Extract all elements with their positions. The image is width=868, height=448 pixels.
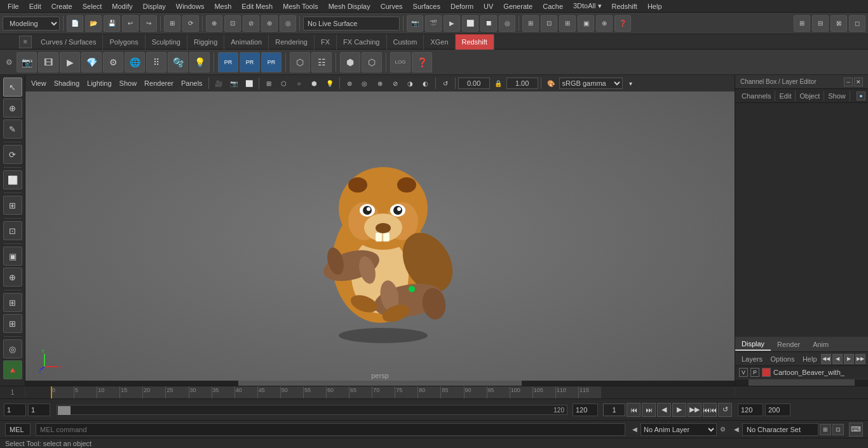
menu-uv[interactable]: UV	[479, 1, 498, 11]
shelf-settings-btn[interactable]: ⚙	[3, 56, 15, 69]
command-line-input[interactable]	[36, 423, 625, 436]
vp-gamma-select[interactable]: sRGB gamma Linear	[559, 78, 623, 89]
menu-generate[interactable]: Generate	[499, 1, 537, 11]
display-options-btn[interactable]: ▣	[3, 247, 22, 266]
vp-menu-panels[interactable]: Panels	[178, 78, 206, 88]
range-end-input[interactable]	[573, 404, 598, 416]
lst-tab-help[interactable]: Help	[799, 354, 821, 364]
menu-surfaces[interactable]: Surfaces	[409, 1, 445, 11]
select-tool-lt-btn[interactable]: ↖	[3, 78, 22, 97]
menu-windows[interactable]: Windows	[172, 1, 209, 11]
cb-tab-show[interactable]: Show	[824, 91, 850, 101]
rs-icon-8[interactable]: 🫧	[168, 52, 188, 72]
save-scene-btn[interactable]: 💾	[104, 15, 120, 32]
vp-menu-view[interactable]: View	[28, 78, 50, 88]
shelf-tab-animation[interactable]: Animation	[224, 34, 269, 50]
camera-btn2[interactable]: 🎬	[425, 15, 442, 32]
menu-deform[interactable]: Deform	[446, 1, 478, 11]
icon-btn3[interactable]: ⊞	[559, 15, 576, 32]
layer-visible-btn[interactable]: V	[739, 368, 748, 377]
char-set-btn1[interactable]: ⊞	[820, 424, 831, 435]
dt-tab-anim[interactable]: Anim	[806, 339, 835, 350]
panel-btn1[interactable]: ⊞	[794, 15, 810, 32]
scale-tool-btn[interactable]: ⬜	[3, 170, 22, 189]
viewport-scrollbar[interactable]	[25, 381, 735, 386]
menu-mesh[interactable]: Mesh	[210, 1, 236, 11]
shelf-tab-curves-surfaces[interactable]: Curves / Surfaces	[34, 34, 103, 50]
menu-cache[interactable]: Cache	[538, 1, 567, 11]
vp-wireframe-btn[interactable]: ⬡	[277, 77, 291, 90]
icon-xray-btn[interactable]: ◎	[3, 339, 22, 358]
menu-edit[interactable]: Edit	[25, 1, 46, 11]
layer-playback-btn[interactable]: P	[750, 368, 759, 377]
menu-select[interactable]: Select	[78, 1, 107, 11]
menu-curves[interactable]: Curves	[376, 1, 407, 11]
rs-icon-help[interactable]: ❓	[412, 52, 432, 72]
render-btn1[interactable]: ▶	[444, 15, 460, 32]
rs-icon-4[interactable]: 💎	[81, 52, 102, 72]
timeline-ruler[interactable]: 0510152025303540455055606570758085909510…	[51, 386, 601, 398]
shelf-tab-polygons[interactable]: Polygons	[103, 34, 145, 50]
render-btn3[interactable]: 🔲	[480, 15, 497, 32]
panel-btn4[interactable]: ◻	[849, 15, 865, 32]
panel-minimize-btn[interactable]: –	[844, 78, 853, 86]
pb-step-back-btn[interactable]: ⏭	[642, 403, 656, 417]
char-set-arrow-btn[interactable]: ◀	[732, 425, 741, 434]
anim-layer-arrow-btn[interactable]: ◀	[630, 425, 639, 434]
icon-render-btn[interactable]: 🔺	[3, 360, 22, 379]
vp-btn-extra5[interactable]: ◑	[403, 77, 417, 90]
vp-scale-value-input[interactable]	[506, 78, 538, 89]
shelf-tab-fx-caching[interactable]: FX Caching	[337, 34, 386, 50]
menu-help[interactable]: Help	[643, 1, 667, 11]
vp-panel-btn[interactable]: 📷	[227, 77, 241, 90]
pb-play-back-btn[interactable]: ◀	[657, 403, 671, 417]
icon-btn6[interactable]: ❓	[614, 15, 631, 32]
cb-tab-edit[interactable]: Edit	[775, 91, 796, 101]
vp-rotate-reset-btn[interactable]: ↺	[438, 77, 452, 90]
dt-tab-render[interactable]: Render	[771, 339, 806, 350]
rs-icon-7[interactable]: ⠿	[146, 52, 166, 72]
vp-grid-btn[interactable]: ⊞	[262, 77, 276, 90]
vp-lock-btn[interactable]: 🔒	[491, 77, 505, 90]
vp-btn-extra3[interactable]: ⊕	[373, 77, 387, 90]
menu-file[interactable]: File	[3, 1, 24, 11]
rs-icon-6[interactable]: 🌐	[125, 52, 145, 72]
panel-btn3[interactable]: ⊠	[831, 15, 847, 32]
rs-icon-3[interactable]: ▶	[60, 52, 80, 72]
script-type-field[interactable]: MEL	[5, 423, 31, 436]
camera-btn1[interactable]: 📷	[407, 15, 423, 32]
rs-icon-log[interactable]: LOG	[390, 52, 410, 72]
rs-icon-pr2[interactable]: PR	[240, 52, 260, 72]
menu-create[interactable]: Create	[47, 1, 77, 11]
pb-step-fwd-btn[interactable]: ▶▶	[688, 403, 702, 417]
range-max-input[interactable]	[765, 404, 790, 416]
icon-btn1[interactable]: ⊞	[522, 15, 539, 32]
select-tool-btn[interactable]: ⊞	[164, 15, 180, 32]
shelf-collapse-btn[interactable]: ≡	[19, 36, 32, 48]
vp-isolate-btn[interactable]: ⬜	[242, 77, 256, 90]
render-btn2[interactable]: ⬜	[462, 15, 478, 32]
snap-btn3[interactable]: ⊘	[243, 15, 259, 32]
shelf-tab-fx[interactable]: FX	[315, 34, 337, 50]
rs-icon-1[interactable]: 📷	[17, 52, 37, 72]
pb-go-start-btn[interactable]: ⏮	[627, 403, 641, 417]
shelf-tab-rendering[interactable]: Rendering	[269, 34, 315, 50]
snap-btn2[interactable]: ⊡	[224, 15, 241, 32]
workspace-selector[interactable]: Modeling Rigging Animation FX Rendering	[3, 17, 60, 31]
snap-btn5[interactable]: ◎	[280, 15, 296, 32]
menu-display[interactable]: Display	[139, 1, 170, 11]
undo-btn[interactable]: ↩	[122, 15, 139, 32]
universal-tool-btn[interactable]: ⊞	[3, 196, 22, 215]
panel-close-btn[interactable]: ✕	[854, 78, 863, 86]
right-panel-scrollbar[interactable]	[735, 379, 868, 386]
snap-btn4[interactable]: ⊛	[261, 15, 278, 32]
shelf-tab-custom[interactable]: Custom	[387, 34, 424, 50]
render-btn4[interactable]: ◎	[499, 15, 515, 32]
rs-icon-pr3[interactable]: PR	[261, 52, 281, 72]
vp-btn-extra4[interactable]: ⊘	[388, 77, 402, 90]
rs-icon-pr1[interactable]: PR	[218, 52, 238, 72]
soft-select-btn[interactable]: ⊡	[3, 221, 22, 240]
icon-grid-btn[interactable]: ⊞	[3, 293, 22, 312]
menu-edit-mesh[interactable]: Edit Mesh	[237, 1, 277, 11]
icon-layout-btn[interactable]: ⊞	[3, 314, 22, 333]
